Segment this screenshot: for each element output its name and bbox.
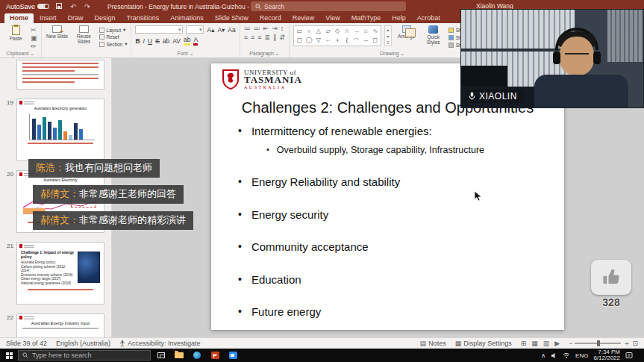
arrange-button[interactable]: Arrange (395, 25, 419, 39)
shape-double-arrow-icon[interactable]: ↔ (363, 37, 369, 43)
slide-thumbnail-22[interactable]: Australian Energy Industry Input (16, 313, 104, 337)
undo-icon[interactable]: ↶ (69, 3, 78, 10)
zoom-app-icon[interactable] (225, 349, 240, 361)
thumbs-up-reaction[interactable] (591, 260, 631, 295)
font-dialog-launcher[interactable]: ⌄ (190, 51, 194, 56)
reading-view-icon[interactable]: ▥ (543, 340, 550, 347)
indent-increase-icon[interactable]: ⇥ (272, 25, 278, 32)
character-spacing-icon[interactable]: AV (172, 37, 181, 45)
autosave-toggle[interactable]: AutoSave (6, 3, 49, 10)
slide-thumbnail-partial[interactable] (16, 60, 104, 90)
thumbnail-row-21[interactable]: 21 Challenge 1: Impact of energy policy … (4, 242, 108, 305)
zoom-out-button[interactable]: − (569, 340, 572, 347)
zoom-in-button[interactable]: ＋ (623, 340, 630, 347)
shape-triangle-icon[interactable]: △ (316, 28, 321, 34)
webcam-video-tile[interactable]: XIAOLIN (460, 9, 644, 108)
align-center-icon[interactable]: ≡ (251, 34, 254, 41)
strikethrough-button[interactable]: S (155, 37, 160, 45)
font-size-select[interactable]: ▾ (186, 25, 204, 34)
thumbnail-row-22[interactable]: 22 Australian Energy Industry Input (4, 313, 108, 337)
italic-button[interactable]: I (143, 37, 145, 45)
slide-indicator[interactable]: Slide 39 of 42 (6, 340, 47, 347)
accessibility-status[interactable]: Accessibility: Investigate (119, 340, 201, 347)
shapes-gallery[interactable]: ▭○△▱◇☆→⌂∿ ▢◯▽←＋{◠↔◻ (293, 25, 381, 46)
reset-button[interactable]: Reset (99, 34, 128, 40)
drawing-dialog-launcher[interactable]: ⌄ (401, 51, 405, 56)
slide-thumbnail-21[interactable]: Challenge 1: Impact of energy policy Aus… (16, 242, 104, 305)
notes-button[interactable]: ▤Notes (420, 340, 446, 347)
shape-arc-icon[interactable]: ◠ (354, 37, 359, 43)
tab-help[interactable]: Help (387, 13, 411, 23)
shape-down-triangle-icon[interactable]: ▽ (316, 37, 321, 43)
tab-transitions[interactable]: Transitions (122, 13, 165, 23)
text-direction-icon[interactable]: ⇵ (280, 34, 286, 41)
tab-review[interactable]: Review (287, 13, 320, 23)
align-right-icon[interactable]: ≡ (257, 34, 261, 41)
decrease-font-icon[interactable]: A▾ (217, 26, 225, 34)
zoom-slider-handle[interactable] (597, 340, 600, 346)
tab-draw[interactable]: Draw (63, 13, 89, 23)
numbering-icon[interactable]: ≕ (254, 25, 260, 32)
shape-arrow-icon[interactable]: → (353, 28, 359, 34)
speaker-icon[interactable] (551, 352, 557, 359)
paragraph-dialog-launcher[interactable]: ⌄ (275, 51, 280, 56)
taskbar-clock[interactable]: 7:34 PM 6/12/2022 (593, 349, 620, 362)
thumbnail-row-19[interactable]: 19 Australia's Electricity generation (4, 99, 108, 161)
thumbnail-row-partial[interactable] (4, 60, 108, 90)
shape-line-icon[interactable]: ∿ (372, 28, 378, 34)
tab-view[interactable]: View (320, 13, 345, 23)
shape-callout-icon[interactable]: ◻ (372, 37, 378, 43)
reuse-slides-button[interactable]: Reuse Slides (72, 25, 96, 44)
copy-icon[interactable]: ▣ (31, 35, 37, 42)
shape-diamond-icon[interactable]: ◇ (335, 28, 340, 34)
redo-icon[interactable]: ↷ (83, 3, 92, 10)
quick-styles-button[interactable]: Quick Styles (422, 25, 446, 45)
language-tray-indicator[interactable]: ENG (575, 352, 588, 359)
change-case-icon[interactable]: Aa (228, 26, 235, 34)
slide-thumbnail-19[interactable]: Australia's Electricity generation (16, 99, 104, 161)
shape-square-icon[interactable]: ▢ (297, 37, 303, 43)
normal-view-icon[interactable]: ⊞ (521, 340, 527, 347)
tab-mathtype[interactable]: MathType (346, 13, 387, 23)
start-button[interactable] (0, 349, 18, 362)
tray-chevron-icon[interactable]: ∧ (541, 352, 545, 359)
shape-oval-icon[interactable]: ◯ (306, 37, 313, 43)
slideshow-icon[interactable]: ▶ (554, 340, 560, 347)
shape-star-icon[interactable]: ☆ (344, 28, 349, 34)
justify-icon[interactable]: ≣ (265, 34, 271, 41)
save-icon[interactable] (54, 3, 63, 10)
increase-font-icon[interactable]: A▴ (207, 26, 214, 34)
section-button[interactable]: Section ▾ (99, 41, 128, 47)
shape-left-arrow-icon[interactable]: ← (325, 37, 331, 43)
titlebar-search[interactable]: Search (251, 1, 406, 11)
task-view-icon[interactable] (154, 349, 169, 361)
tab-acrobat[interactable]: Acrobat (412, 13, 446, 23)
tab-insert[interactable]: Insert (34, 13, 62, 23)
shape-circle-icon[interactable]: ○ (307, 28, 311, 34)
shape-brace-icon[interactable]: { (346, 37, 348, 43)
zoom-slider[interactable] (575, 343, 621, 344)
shape-rect-icon[interactable]: ▭ (297, 28, 303, 34)
columns-icon[interactable]: ∥ (273, 34, 277, 41)
clipboard-dialog-launcher[interactable]: ⌄ (30, 51, 34, 56)
shape-plus-icon[interactable]: ＋ (334, 36, 340, 44)
new-slide-button[interactable]: New Slide (46, 25, 69, 39)
tab-record[interactable]: Record (254, 13, 287, 23)
font-name-select[interactable]: ▾ (135, 25, 183, 34)
font-color-button[interactable]: A (193, 36, 198, 46)
edge-browser-icon[interactable] (190, 349, 204, 361)
indent-decrease-icon[interactable]: ⇤ (263, 25, 269, 32)
shapes-scrollbar[interactable]: ▴▾≡ (384, 25, 392, 46)
tab-design[interactable]: Design (90, 13, 121, 23)
align-left-icon[interactable]: ≡ (244, 34, 248, 41)
slide-sorter-icon[interactable]: ▦ (531, 340, 538, 347)
cut-icon[interactable]: ✂ (31, 27, 37, 34)
tab-animations[interactable]: Animations (165, 13, 209, 23)
shape-home-icon[interactable]: ⌂ (364, 28, 368, 34)
powerpoint-icon[interactable]: P (207, 349, 222, 361)
display-settings-button[interactable]: ▦Display Settings (455, 340, 512, 347)
highlight-color-button[interactable]: ab (184, 36, 190, 46)
tab-home[interactable]: Home (4, 13, 34, 23)
format-painter-icon[interactable]: ✏ (31, 43, 37, 50)
wifi-icon[interactable] (563, 352, 570, 358)
